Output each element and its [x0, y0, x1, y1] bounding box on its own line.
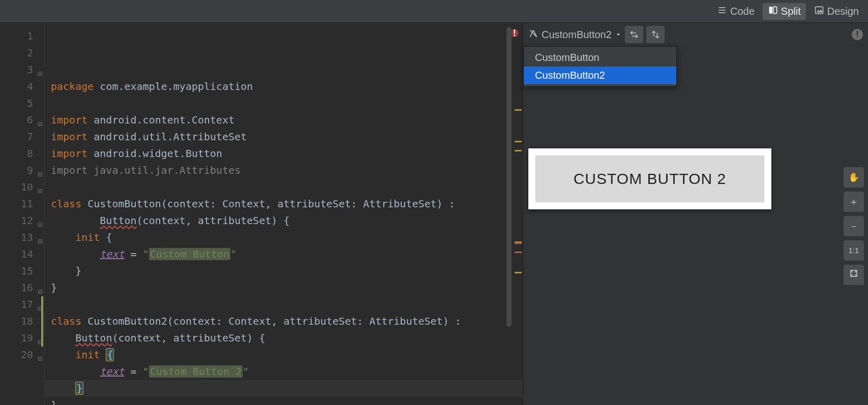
svg-rect-3	[769, 7, 772, 13]
layout-preview-pane: CustomButton2 ! CustomButtonCustomButton…	[523, 23, 868, 405]
code-editor[interactable]: 123⊟456⊟789⊟10⊟1112⊟13⊟141516⊟17⊟1819⊟20…	[0, 23, 523, 405]
tab-code-label: Code	[730, 6, 755, 17]
marker-stripe[interactable]	[513, 23, 523, 405]
svg-rect-5	[815, 7, 823, 13]
svg-marker-6	[817, 9, 823, 12]
zoom-ratio-button[interactable]: 1:1	[844, 240, 864, 261]
tab-split-label: Split	[781, 6, 801, 17]
zoom-fit-button[interactable]	[844, 265, 864, 285]
preview-device-frame: CUSTOM BUTTON 2	[528, 148, 771, 209]
rendered-custom-button[interactable]: CUSTOM BUTTON 2	[535, 155, 764, 202]
zoom-out-button[interactable]: －	[844, 216, 864, 236]
design-tools-icon	[528, 28, 538, 41]
minus-icon: －	[849, 220, 858, 232]
preview-component-selector[interactable]: CustomButton2	[528, 28, 622, 41]
preview-canvas[interactable]: CUSTOM BUTTON 2 ✋ ＋ － 1:1	[523, 47, 868, 405]
tab-design-label: Design	[827, 6, 859, 17]
plus-icon: ＋	[849, 196, 858, 208]
zoom-in-button[interactable]: ＋	[844, 192, 864, 212]
chevron-down-icon	[615, 29, 622, 41]
image-icon	[814, 5, 824, 18]
hand-icon: ✋	[848, 172, 859, 183]
svg-marker-7	[616, 34, 620, 36]
dropdown-item[interactable]: CustomButton	[524, 49, 676, 67]
tab-split[interactable]: Split	[763, 3, 806, 20]
preview-warning-icon[interactable]: !	[852, 29, 863, 40]
dropdown-item[interactable]: CustomButton2	[524, 67, 676, 84]
svg-rect-4	[773, 7, 777, 13]
tab-code[interactable]: Code	[712, 3, 760, 20]
code-area[interactable]: ! package com.example.myapplicationimpor…	[45, 23, 523, 405]
preview-selector-label: CustomButton2	[542, 29, 612, 41]
orientation-button-1[interactable]	[625, 26, 643, 43]
orientation-button-2[interactable]	[646, 26, 665, 43]
list-icon	[717, 5, 727, 18]
split-icon	[768, 5, 778, 18]
component-dropdown: CustomButtonCustomButton2	[523, 46, 677, 87]
editor-scrollbar[interactable]	[506, 27, 512, 327]
zoom-toolbar: ✋ ＋ － 1:1	[844, 167, 864, 285]
pan-button[interactable]: ✋	[844, 167, 864, 188]
tab-design[interactable]: Design	[809, 3, 864, 20]
view-mode-toolbar: Code Split Design	[0, 0, 868, 23]
fit-screen-icon	[849, 269, 858, 281]
line-number-gutter: 123⊟456⊟789⊟10⊟1112⊟13⊟141516⊟17⊟1819⊟20…	[0, 23, 45, 405]
preview-toolbar: CustomButton2 !	[523, 23, 868, 47]
